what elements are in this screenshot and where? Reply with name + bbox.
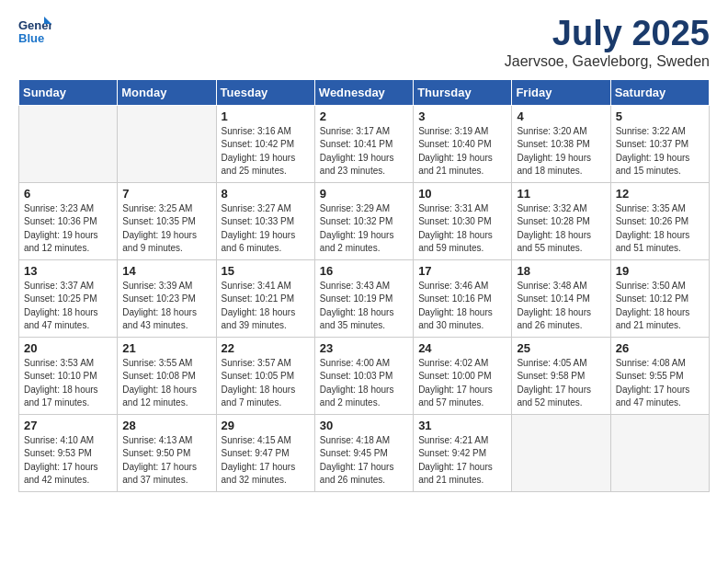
- logo-icon: General Blue: [18, 15, 51, 48]
- day-info: Sunrise: 4:13 AM Sunset: 9:50 PM Dayligh…: [122, 434, 210, 488]
- day-info: Sunrise: 3:31 AM Sunset: 10:30 PM Daylig…: [418, 202, 506, 256]
- day-info: Sunrise: 3:17 AM Sunset: 10:41 PM Daylig…: [320, 125, 408, 178]
- day-info: Sunrise: 4:10 AM Sunset: 9:53 PM Dayligh…: [24, 434, 112, 488]
- calendar-cell: 6Sunrise: 3:23 AM Sunset: 10:36 PM Dayli…: [19, 182, 118, 259]
- day-number: 19: [616, 264, 704, 278]
- day-info: Sunrise: 3:41 AM Sunset: 10:21 PM Daylig…: [222, 280, 310, 333]
- day-number: 3: [418, 109, 506, 123]
- calendar-cell: 31Sunrise: 4:21 AM Sunset: 9:42 PM Dayli…: [414, 414, 512, 491]
- weekday-header-thursday: Thursday: [414, 79, 512, 105]
- day-number: 8: [222, 187, 310, 201]
- day-info: Sunrise: 3:20 AM Sunset: 10:38 PM Daylig…: [517, 125, 605, 178]
- day-number: 21: [122, 341, 210, 355]
- day-number: 13: [24, 264, 112, 278]
- page: General Blue July 2025 Jaervsoe, Gaevleb…: [0, 0, 728, 507]
- calendar-cell: 8Sunrise: 3:27 AM Sunset: 10:33 PM Dayli…: [216, 182, 314, 259]
- day-number: 11: [517, 187, 605, 201]
- calendar-cell: 17Sunrise: 3:46 AM Sunset: 10:16 PM Dayl…: [414, 259, 512, 337]
- day-info: Sunrise: 3:43 AM Sunset: 10:19 PM Daylig…: [320, 280, 408, 333]
- day-number: 9: [320, 187, 408, 201]
- week-row-4: 20Sunrise: 3:53 AM Sunset: 10:10 PM Dayl…: [19, 337, 710, 414]
- day-number: 27: [24, 419, 112, 432]
- weekday-header-friday: Friday: [512, 79, 610, 105]
- day-number: 18: [517, 264, 605, 278]
- calendar-cell: [118, 105, 216, 182]
- calendar-cell: 7Sunrise: 3:25 AM Sunset: 10:35 PM Dayli…: [118, 182, 216, 259]
- calendar-cell: 16Sunrise: 3:43 AM Sunset: 10:19 PM Dayl…: [314, 259, 413, 337]
- day-number: 30: [320, 419, 408, 432]
- day-number: 26: [616, 341, 704, 355]
- calendar-cell: 19Sunrise: 3:50 AM Sunset: 10:12 PM Dayl…: [610, 259, 709, 337]
- day-info: Sunrise: 4:02 AM Sunset: 10:00 PM Daylig…: [418, 357, 506, 410]
- day-number: 25: [517, 341, 605, 355]
- day-info: Sunrise: 3:22 AM Sunset: 10:37 PM Daylig…: [616, 125, 704, 178]
- day-info: Sunrise: 3:32 AM Sunset: 10:28 PM Daylig…: [517, 202, 605, 256]
- day-info: Sunrise: 3:48 AM Sunset: 10:14 PM Daylig…: [517, 280, 605, 333]
- weekday-header-monday: Monday: [118, 79, 216, 105]
- day-number: 20: [24, 341, 112, 355]
- week-row-2: 6Sunrise: 3:23 AM Sunset: 10:36 PM Dayli…: [19, 182, 710, 259]
- calendar-cell: 2Sunrise: 3:17 AM Sunset: 10:41 PM Dayli…: [314, 105, 413, 182]
- calendar-cell: [610, 414, 709, 491]
- weekday-header-sunday: Sunday: [19, 79, 118, 105]
- day-number: 7: [122, 187, 210, 201]
- day-number: 5: [616, 109, 704, 123]
- day-number: 1: [222, 109, 310, 123]
- day-info: Sunrise: 4:15 AM Sunset: 9:47 PM Dayligh…: [222, 434, 310, 488]
- calendar-cell: 24Sunrise: 4:02 AM Sunset: 10:00 PM Dayl…: [414, 337, 512, 414]
- calendar-cell: 15Sunrise: 3:41 AM Sunset: 10:21 PM Dayl…: [216, 259, 314, 337]
- day-info: Sunrise: 4:05 AM Sunset: 9:58 PM Dayligh…: [517, 357, 605, 410]
- day-info: Sunrise: 3:25 AM Sunset: 10:35 PM Daylig…: [122, 202, 210, 256]
- weekday-header-tuesday: Tuesday: [216, 79, 314, 105]
- day-number: 28: [122, 419, 210, 432]
- calendar-cell: [512, 414, 610, 491]
- day-info: Sunrise: 3:23 AM Sunset: 10:36 PM Daylig…: [24, 202, 112, 256]
- day-number: 2: [320, 109, 408, 123]
- calendar-cell: 18Sunrise: 3:48 AM Sunset: 10:14 PM Dayl…: [512, 259, 610, 337]
- calendar-cell: 26Sunrise: 4:08 AM Sunset: 9:55 PM Dayli…: [610, 337, 709, 414]
- header: General Blue July 2025 Jaervsoe, Gaevleb…: [18, 15, 710, 70]
- day-info: Sunrise: 3:55 AM Sunset: 10:08 PM Daylig…: [122, 357, 210, 410]
- day-number: 29: [222, 419, 310, 432]
- day-info: Sunrise: 3:46 AM Sunset: 10:16 PM Daylig…: [418, 280, 506, 333]
- calendar-cell: 28Sunrise: 4:13 AM Sunset: 9:50 PM Dayli…: [118, 414, 216, 491]
- calendar-cell: 22Sunrise: 3:57 AM Sunset: 10:05 PM Dayl…: [216, 337, 314, 414]
- calendar-cell: 9Sunrise: 3:29 AM Sunset: 10:32 PM Dayli…: [314, 182, 413, 259]
- month-title: July 2025: [505, 15, 710, 53]
- day-number: 6: [24, 187, 112, 201]
- day-info: Sunrise: 4:08 AM Sunset: 9:55 PM Dayligh…: [616, 357, 704, 410]
- calendar-cell: 13Sunrise: 3:37 AM Sunset: 10:25 PM Dayl…: [19, 259, 118, 337]
- day-info: Sunrise: 3:50 AM Sunset: 10:12 PM Daylig…: [616, 280, 704, 333]
- day-number: 23: [320, 341, 408, 355]
- week-row-5: 27Sunrise: 4:10 AM Sunset: 9:53 PM Dayli…: [19, 414, 710, 491]
- day-info: Sunrise: 4:21 AM Sunset: 9:42 PM Dayligh…: [418, 434, 506, 488]
- weekday-header-row: SundayMondayTuesdayWednesdayThursdayFrid…: [19, 79, 710, 105]
- day-info: Sunrise: 3:35 AM Sunset: 10:26 PM Daylig…: [616, 202, 704, 256]
- day-number: 15: [222, 264, 310, 278]
- svg-text:Blue: Blue: [18, 31, 44, 45]
- day-number: 4: [517, 109, 605, 123]
- day-number: 12: [616, 187, 704, 201]
- day-number: 22: [222, 341, 310, 355]
- day-info: Sunrise: 4:00 AM Sunset: 10:03 PM Daylig…: [320, 357, 408, 410]
- calendar-table: SundayMondayTuesdayWednesdayThursdayFrid…: [18, 79, 710, 492]
- calendar-cell: 29Sunrise: 4:15 AM Sunset: 9:47 PM Dayli…: [216, 414, 314, 491]
- day-number: 31: [418, 419, 506, 432]
- day-info: Sunrise: 3:57 AM Sunset: 10:05 PM Daylig…: [222, 357, 310, 410]
- calendar-cell: 3Sunrise: 3:19 AM Sunset: 10:40 PM Dayli…: [414, 105, 512, 182]
- day-info: Sunrise: 3:53 AM Sunset: 10:10 PM Daylig…: [24, 357, 112, 410]
- week-row-1: 1Sunrise: 3:16 AM Sunset: 10:42 PM Dayli…: [19, 105, 710, 182]
- weekday-header-saturday: Saturday: [610, 79, 709, 105]
- location: Jaervsoe, Gaevleborg, Sweden: [505, 53, 710, 70]
- day-info: Sunrise: 3:19 AM Sunset: 10:40 PM Daylig…: [418, 125, 506, 178]
- day-info: Sunrise: 3:29 AM Sunset: 10:32 PM Daylig…: [320, 202, 408, 256]
- day-info: Sunrise: 3:37 AM Sunset: 10:25 PM Daylig…: [24, 280, 112, 333]
- calendar-cell: [19, 105, 118, 182]
- calendar-cell: 14Sunrise: 3:39 AM Sunset: 10:23 PM Dayl…: [118, 259, 216, 337]
- calendar-cell: 23Sunrise: 4:00 AM Sunset: 10:03 PM Dayl…: [314, 337, 413, 414]
- logo: General Blue: [18, 15, 55, 48]
- calendar-cell: 27Sunrise: 4:10 AM Sunset: 9:53 PM Dayli…: [19, 414, 118, 491]
- weekday-header-wednesday: Wednesday: [314, 79, 413, 105]
- calendar-cell: 10Sunrise: 3:31 AM Sunset: 10:30 PM Dayl…: [414, 182, 512, 259]
- week-row-3: 13Sunrise: 3:37 AM Sunset: 10:25 PM Dayl…: [19, 259, 710, 337]
